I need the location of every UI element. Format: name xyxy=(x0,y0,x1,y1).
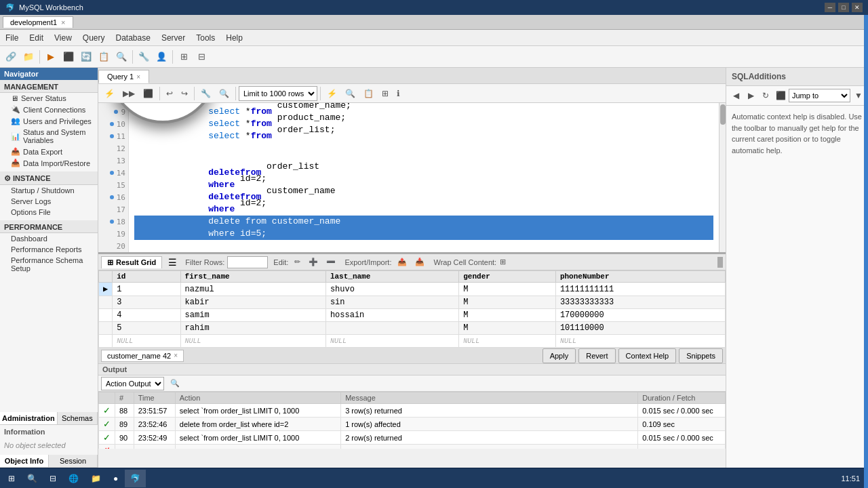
grid-view-btn[interactable]: ⊞ xyxy=(176,49,192,65)
wrap-content-btn[interactable]: ⊞ xyxy=(496,256,509,269)
explorer-btn[interactable]: 📁 xyxy=(85,470,106,487)
menu-view[interactable]: View xyxy=(49,32,77,44)
new-connection-btn[interactable]: 🔗 xyxy=(3,49,19,65)
lightning-btn[interactable]: ⚡ xyxy=(323,86,340,101)
col-first-name[interactable]: first_name xyxy=(180,271,326,283)
tab-object-info[interactable]: Object Info xyxy=(0,455,49,467)
output-scroll[interactable]: # Time Action Message Duration / Fetch ✓ xyxy=(98,392,726,449)
tab-session[interactable]: Session xyxy=(49,455,98,467)
rp-refresh-btn[interactable]: ↻ xyxy=(759,89,772,102)
table-row[interactable]: ▶ 1 nazmul shuvo M 11111111111 xyxy=(99,283,726,296)
col-gender[interactable]: gender xyxy=(459,271,556,283)
sidebar-item-data-export[interactable]: 📤 Data Export xyxy=(0,146,98,157)
editor-tab-query1[interactable]: Query 1 × xyxy=(98,70,149,83)
filter-rows-input[interactable] xyxy=(227,256,268,268)
jump-to-select[interactable]: Jump to xyxy=(789,89,850,102)
result-grid-tab[interactable]: ⊞ Result Grid xyxy=(101,256,162,268)
refresh-btn[interactable]: 🔄 xyxy=(78,49,94,65)
sidebar-item-server-logs[interactable]: Server Logs xyxy=(0,196,98,207)
sidebar-item-perf-reports[interactable]: Performance Reports xyxy=(0,244,98,255)
start-btn[interactable]: ⊞ xyxy=(3,470,20,487)
execute-current-btn[interactable]: ⚡ xyxy=(101,86,118,101)
undo-btn[interactable]: ↩ xyxy=(163,86,176,101)
execute-all-btn[interactable]: ▶▶ xyxy=(119,86,138,101)
mysql-taskbar-btn[interactable]: 🐬 xyxy=(125,470,146,487)
col-phone[interactable]: phoneNumber xyxy=(555,271,725,283)
inspect2-btn[interactable]: 📋 xyxy=(360,86,377,101)
edit-minus-btn[interactable]: ➖ xyxy=(323,256,339,269)
sidebar-item-users[interactable]: 👥 Users and Privileges xyxy=(0,115,98,127)
rp-prev-btn[interactable]: ◀ xyxy=(729,89,743,102)
export-btn[interactable]: 📤 xyxy=(394,256,410,269)
menu-help[interactable]: Help xyxy=(220,32,248,44)
results-container[interactable]: id first_name last_name gender phoneNumb… xyxy=(98,270,726,348)
menu-file[interactable]: File xyxy=(0,32,24,44)
open-btn[interactable]: 📁 xyxy=(20,49,37,65)
rp-next-btn[interactable]: ▶ xyxy=(744,89,757,102)
sidebar-item-options-file[interactable]: Options File xyxy=(0,207,98,218)
schema-btn[interactable]: 📋 xyxy=(96,49,112,65)
editor-tab-close[interactable]: × xyxy=(136,73,140,81)
result-tab-customer[interactable]: customer_name 42 × xyxy=(101,350,184,362)
redo-btn[interactable]: ↪ xyxy=(178,86,191,101)
taskview-btn[interactable]: ⊟ xyxy=(44,470,62,487)
edit-pencil-btn[interactable]: ✏ xyxy=(291,256,304,269)
limit-select[interactable]: Limit to 1000 rows xyxy=(239,86,317,101)
execute-btn[interactable]: ▶ xyxy=(43,49,59,65)
table-row-null[interactable]: NULL NULL NULL NULL NULL xyxy=(99,335,726,348)
search-btn[interactable]: 🔍 xyxy=(216,86,233,101)
table-row[interactable]: 5 rahim M 101110000 xyxy=(99,322,726,335)
sidebar-item-startup[interactable]: Startup / Shutdown xyxy=(0,185,98,196)
edge-btn[interactable]: 🌐 xyxy=(63,470,84,487)
menu-edit[interactable]: Edit xyxy=(24,32,49,44)
results-toggle-btn[interactable] xyxy=(717,257,723,268)
rp-dropdown-btn[interactable]: ▼ xyxy=(852,89,865,102)
sidebar-item-data-import[interactable]: 📥 Data Import/Restore xyxy=(0,157,98,169)
menu-query[interactable]: Query xyxy=(77,32,111,44)
context-help-button[interactable]: Context Help xyxy=(618,348,677,363)
minimize-button[interactable]: ─ xyxy=(825,3,835,12)
search-taskbar-btn[interactable]: 🔍 xyxy=(22,470,43,487)
stop-btn[interactable]: ⬛ xyxy=(60,49,77,65)
grid2-btn[interactable]: ⊞ xyxy=(378,86,392,101)
window-tab-close[interactable]: × xyxy=(61,18,65,26)
rp-stop-btn[interactable]: ⬛ xyxy=(774,89,787,102)
close-button[interactable]: ✕ xyxy=(852,3,863,12)
maximize-button[interactable]: □ xyxy=(838,3,849,12)
magnify-btn[interactable]: 🔍 xyxy=(342,86,359,101)
menu-database[interactable]: Database xyxy=(111,32,156,44)
window-tab[interactable]: development1 × xyxy=(3,16,73,28)
edit-add-btn[interactable]: ➕ xyxy=(305,256,321,269)
inspect-btn[interactable]: 🔍 xyxy=(113,49,130,65)
snippets-button[interactable]: Snippets xyxy=(679,348,723,363)
import-btn[interactable]: 📥 xyxy=(412,256,428,269)
sidebar-item-server-status[interactable]: 🖥 Server Status xyxy=(0,93,98,104)
info-btn[interactable]: ℹ xyxy=(393,86,403,101)
menu-server[interactable]: Server xyxy=(156,32,191,44)
sidebar-item-perf-schema[interactable]: Performance Schema Setup xyxy=(0,255,98,274)
sidebar-item-status-vars[interactable]: 📊 Status and System Variables xyxy=(0,127,98,146)
col-last-name[interactable]: last_name xyxy=(326,271,458,283)
editor-scrollbar[interactable] xyxy=(719,103,726,252)
table-row[interactable]: 4 samim hossain M 170000000 xyxy=(99,309,726,322)
split-view-btn[interactable]: ⊟ xyxy=(193,49,210,65)
sidebar-item-client-connections[interactable]: 🔌 Client Connections xyxy=(0,104,98,115)
users-btn[interactable]: 👤 xyxy=(153,49,170,65)
sidebar-item-dashboard[interactable]: Dashboard xyxy=(0,233,98,244)
table-row[interactable]: 3 kabir sin M 33333333333 xyxy=(99,296,726,309)
apply-button[interactable]: Apply xyxy=(542,348,576,363)
result-tab-close[interactable]: × xyxy=(174,352,178,359)
menu-tools[interactable]: Tools xyxy=(191,32,220,44)
output-filter-btn[interactable]: 🔍 xyxy=(167,377,183,390)
sidebar-tab-schemas[interactable]: Schemas xyxy=(58,412,98,424)
format-btn[interactable]: 🔧 xyxy=(197,86,214,101)
result-form-view-btn[interactable]: ☰ xyxy=(165,256,180,268)
chrome-btn[interactable]: ● xyxy=(108,470,123,487)
col-id[interactable]: id xyxy=(113,271,180,283)
sidebar-tab-administration[interactable]: Administration xyxy=(0,412,58,424)
stop-query-btn[interactable]: ⬛ xyxy=(140,86,157,101)
editor-content[interactable]: select *from customer_name; select *from… xyxy=(129,103,719,252)
action-output-select[interactable]: Action Output xyxy=(101,377,164,390)
mgmt-btn[interactable]: 🔧 xyxy=(136,49,152,65)
revert-button[interactable]: Revert xyxy=(578,348,615,363)
